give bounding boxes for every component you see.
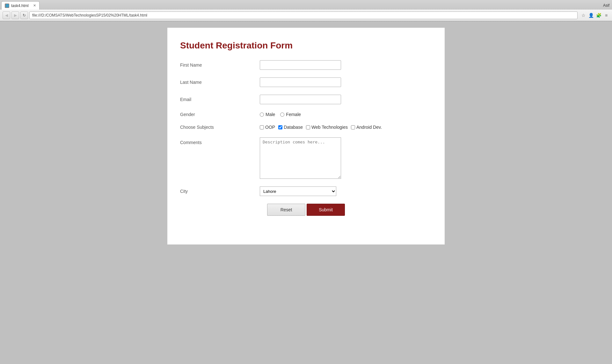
- tab-favicon: 🌐: [5, 4, 9, 8]
- active-tab[interactable]: 🌐 task4.html ✕: [1, 1, 40, 10]
- gender-male-label: Male: [266, 112, 275, 117]
- buttons-row: Reset Submit: [180, 204, 432, 216]
- extensions-icon[interactable]: 🧩: [595, 12, 602, 18]
- tab-title: task4.html: [11, 4, 29, 8]
- refresh-button[interactable]: ↻: [20, 11, 28, 19]
- email-input[interactable]: [260, 95, 341, 104]
- address-bar[interactable]: [29, 11, 578, 19]
- bookmark-icon[interactable]: ☆: [580, 12, 586, 18]
- gender-group: Male Female: [260, 112, 301, 117]
- gender-female-option[interactable]: Female: [280, 112, 301, 117]
- first-name-row: First Name: [180, 60, 432, 70]
- first-name-input[interactable]: [260, 60, 341, 70]
- user-icon[interactable]: 👤: [588, 12, 594, 18]
- email-row: Email: [180, 95, 432, 104]
- subject-android-option[interactable]: Android Dev.: [351, 125, 382, 130]
- gender-female-radio[interactable]: [280, 113, 284, 117]
- subject-android-label: Android Dev.: [356, 125, 382, 130]
- last-name-input[interactable]: [260, 77, 341, 87]
- gender-male-option[interactable]: Male: [260, 112, 275, 117]
- reset-button[interactable]: Reset: [267, 204, 305, 216]
- settings-icon[interactable]: ≡: [603, 12, 609, 18]
- gender-male-radio[interactable]: [260, 113, 264, 117]
- nav-bar: ◀ ▶ ↻ ☆ 👤 🧩 ≡: [0, 10, 612, 21]
- subject-database-checkbox[interactable]: [278, 125, 282, 129]
- last-name-row: Last Name: [180, 77, 432, 87]
- last-name-label: Last Name: [180, 80, 260, 85]
- gender-label: Gender: [180, 112, 260, 117]
- subject-oop-label: OOP: [265, 125, 275, 130]
- subjects-group: OOP Database Web Technologies Android De…: [260, 125, 382, 130]
- city-label: City: [180, 189, 260, 194]
- subjects-row: Choose Subjects OOP Database Web Technol…: [180, 125, 432, 130]
- form-title: Student Registration Form: [180, 40, 432, 51]
- subject-oop-option[interactable]: OOP: [260, 125, 275, 130]
- gender-female-label: Female: [286, 112, 301, 117]
- tab-bar: 🌐 task4.html ✕ Asif: [0, 0, 612, 10]
- subject-database-option[interactable]: Database: [278, 125, 303, 130]
- subject-oop-checkbox[interactable]: [260, 125, 264, 129]
- forward-button[interactable]: ▶: [11, 11, 19, 19]
- tab-close-button[interactable]: ✕: [33, 4, 36, 8]
- form-container: Student Registration Form First Name Las…: [167, 28, 445, 244]
- subject-webtech-option[interactable]: Web Technologies: [306, 125, 348, 130]
- submit-button[interactable]: Submit: [307, 204, 345, 216]
- subject-webtech-label: Web Technologies: [311, 125, 348, 130]
- city-select[interactable]: Lahore Karachi Islamabad Peshawar Quetta: [260, 186, 336, 196]
- subject-android-checkbox[interactable]: [351, 125, 355, 129]
- comments-label: Comments: [180, 137, 260, 145]
- subjects-label: Choose Subjects: [180, 125, 260, 130]
- browser-chrome: 🌐 task4.html ✕ Asif ◀ ▶ ↻ ☆ 👤 🧩 ≡: [0, 0, 612, 21]
- nav-icons: ☆ 👤 🧩 ≡: [580, 12, 609, 18]
- gender-row: Gender Male Female: [180, 112, 432, 117]
- comments-textarea[interactable]: [260, 137, 341, 179]
- subject-webtech-checkbox[interactable]: [306, 125, 310, 129]
- subject-database-label: Database: [284, 125, 303, 130]
- city-row: City Lahore Karachi Islamabad Peshawar Q…: [180, 186, 432, 196]
- first-name-label: First Name: [180, 62, 260, 68]
- page-wrapper: Student Registration Form First Name Las…: [0, 21, 612, 257]
- back-button[interactable]: ◀: [3, 11, 10, 19]
- user-label: Asif: [603, 3, 609, 8]
- email-label: Email: [180, 97, 260, 102]
- comments-row: Comments: [180, 137, 432, 179]
